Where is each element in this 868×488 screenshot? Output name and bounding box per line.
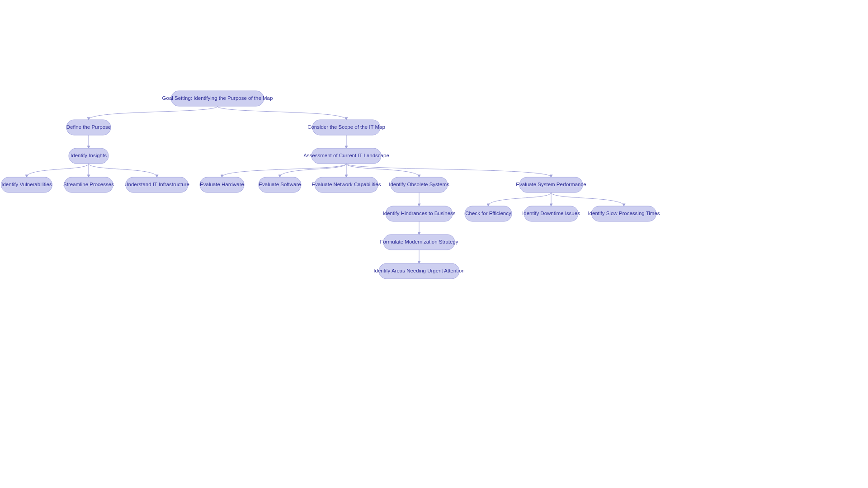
node-label: Identify Hindrances to Business [382, 211, 455, 216]
node-root: Goal Setting: Identifying the Purpose of… [162, 91, 273, 106]
node-label: Evaluate Hardware [200, 182, 244, 187]
node-label: Identify Areas Needing Urgent Attention [373, 268, 464, 273]
node-scope: Consider the Scope of the IT Map [307, 120, 385, 135]
node-infra: Understand IT Infrastructure [124, 177, 189, 192]
node-label: Streamline Processes [63, 182, 114, 187]
node-net: Evaluate Network Capabilities [312, 177, 381, 192]
edge-assess-to-perf [346, 164, 551, 177]
node-label: Evaluate System Performance [516, 182, 586, 187]
node-insights: Identify Insights [69, 148, 108, 164]
edge-assess-to-hw [222, 164, 346, 177]
node-down: Identify Downtime Issues [522, 206, 580, 221]
node-label: Define the Purpose [66, 124, 111, 130]
edge-perf-to-eff [488, 192, 551, 206]
node-assess: Assessment of Current IT Landscape [303, 148, 389, 164]
node-label: Check for Efficiency [465, 211, 511, 216]
flowchart: Goal Setting: Identifying the Purpose of… [0, 0, 868, 488]
edge-root-to-define [89, 106, 217, 120]
node-label: Identify Insights [71, 153, 107, 158]
node-stream: Streamline Processes [63, 177, 114, 192]
node-label: Evaluate Network Capabilities [312, 182, 381, 187]
edge-assess-to-obs [346, 164, 419, 177]
edge-root-to-scope [217, 106, 346, 120]
edge-insights-to-infra [89, 164, 157, 177]
node-label: Identify Downtime Issues [522, 211, 580, 216]
node-hind: Identify Hindrances to Business [382, 206, 455, 221]
node-perf: Evaluate System Performance [516, 177, 586, 192]
node-vuln: Identify Vulnerabilities [1, 177, 52, 192]
node-label: Identify Vulnerabilities [1, 182, 52, 187]
node-sw: Evaluate Software [259, 177, 301, 192]
node-slow: Identify Slow Processing Times [588, 206, 660, 221]
node-define: Define the Purpose [66, 120, 111, 135]
edge-insights-to-vuln [27, 164, 89, 177]
node-label: Assessment of Current IT Landscape [303, 153, 389, 158]
node-label: Formulate Modernization Strategy [380, 239, 458, 244]
node-label: Evaluate Software [259, 182, 301, 187]
node-label: Goal Setting: Identifying the Purpose of… [162, 95, 273, 101]
edge-assess-to-sw [280, 164, 346, 177]
node-mod: Formulate Modernization Strategy [380, 235, 458, 250]
node-label: Identify Obsolete Systems [389, 182, 449, 187]
node-label: Understand IT Infrastructure [124, 182, 189, 187]
node-eff: Check for Efficiency [465, 206, 512, 221]
node-urgent: Identify Areas Needing Urgent Attention [373, 263, 464, 279]
node-obs: Identify Obsolete Systems [389, 177, 449, 192]
node-hw: Evaluate Hardware [200, 177, 244, 192]
node-label: Consider the Scope of the IT Map [307, 124, 385, 130]
node-label: Identify Slow Processing Times [588, 211, 660, 216]
edge-perf-to-slow [551, 192, 624, 206]
